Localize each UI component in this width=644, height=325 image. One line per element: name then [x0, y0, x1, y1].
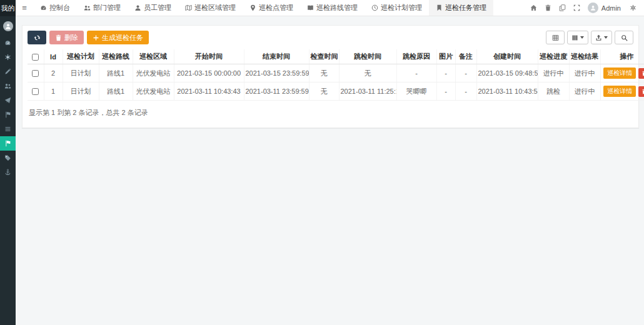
inspection-detail-button[interactable]: 巡检详情	[603, 86, 636, 97]
cell-start_time: 2021-03-15 00:00:00	[174, 64, 244, 82]
users-icon	[4, 82, 11, 89]
sidebar-user-avatar[interactable]	[3, 21, 13, 31]
columns-button[interactable]	[567, 31, 588, 44]
export-button[interactable]	[591, 31, 612, 44]
cell-remark: -	[455, 82, 476, 101]
user-menu[interactable]: Admin	[601, 4, 621, 12]
cell-progress: 跳检	[538, 82, 569, 101]
toggle-view-button[interactable]	[546, 31, 565, 44]
bookmark-icon	[436, 4, 443, 11]
top-navbar: ≡ 控制台部门管理员工管理巡检区域管理巡检点管理巡检路线管理巡检计划管理巡检任务…	[16, 0, 644, 16]
cog-icon	[4, 54, 11, 61]
sidebar: 我的	[0, 0, 16, 325]
column-header[interactable]: 跳检原因	[396, 49, 436, 64]
top-right-icons	[526, 0, 584, 16]
avatar[interactable]	[588, 2, 598, 13]
app-logo[interactable]: 我的	[0, 0, 16, 16]
sidebar-item-send-4[interactable]	[0, 93, 16, 108]
hamburger-icon: ≡	[22, 3, 27, 12]
sidebar-item-cog-1[interactable]	[0, 50, 16, 64]
nav-tab-book[interactable]: 巡检路线管理	[300, 0, 365, 16]
cell-check_time: 无	[309, 64, 339, 82]
row-delete-button[interactable]	[638, 68, 644, 79]
cell-start_time: 2021-03-11 10:43:43	[174, 82, 244, 101]
chevron-down-icon	[604, 36, 608, 39]
column-header[interactable]: 巡检结果	[569, 49, 600, 64]
cell-skip_reason: 哭唧唧	[396, 82, 436, 101]
nav-tab-pin[interactable]: 巡检点管理	[243, 0, 300, 16]
cell-skip_time: 2021-03-11 11:25:10	[339, 82, 396, 101]
nav-tab-user[interactable]: 员工管理	[128, 0, 178, 16]
sidebar-item-users-3[interactable]	[0, 79, 16, 93]
nav-tab-label: 部门管理	[93, 3, 121, 12]
sidebar-item-flag-5[interactable]	[0, 108, 16, 122]
expand-button[interactable]	[570, 0, 584, 16]
nav-tab-clock[interactable]: 巡检计划管理	[365, 0, 429, 16]
cell-result: 进行中	[569, 64, 600, 82]
generate-task-button[interactable]: 生成巡检任务	[87, 31, 149, 44]
dashboard-icon	[4, 39, 11, 46]
home-button[interactable]	[526, 0, 541, 16]
sidebar-item-pencil-2[interactable]	[0, 64, 16, 79]
user-icon	[134, 4, 141, 11]
home-icon	[530, 4, 537, 11]
select-all-checkbox[interactable]	[32, 54, 39, 61]
row-delete-button[interactable]	[638, 86, 644, 97]
pin-icon	[249, 4, 256, 11]
column-header[interactable]: 巡检计划	[63, 49, 99, 64]
inspection-detail-button[interactable]: 巡检详情	[603, 68, 636, 79]
cell-id: 2	[44, 64, 63, 82]
nav-tab-map[interactable]: 巡检区域管理	[178, 0, 243, 16]
nav-tab-dashboard[interactable]: 控制台	[33, 0, 77, 16]
person-icon	[590, 4, 596, 11]
cell-image: -	[436, 82, 455, 101]
tags-icon	[4, 154, 11, 161]
users-icon	[84, 4, 91, 11]
nav-tab-users[interactable]: 部门管理	[77, 0, 128, 16]
column-header[interactable]: 开始时间	[174, 49, 244, 64]
row-checkbox[interactable]	[32, 88, 39, 95]
column-header[interactable]: 图片	[436, 49, 455, 64]
list-icon	[4, 126, 11, 132]
trash-button[interactable]	[541, 0, 555, 16]
table-panel: 删除 生成巡检任务	[22, 25, 639, 128]
column-header[interactable]: 备注	[455, 49, 476, 64]
cell-end_time: 2021-03-11 23:59:59	[244, 82, 309, 101]
sidebar-item-anchor-9[interactable]	[0, 165, 16, 179]
delete-button[interactable]: 删除	[49, 31, 84, 44]
pencil-icon	[4, 68, 11, 75]
sidebar-item-list-6[interactable]	[0, 122, 16, 136]
search-button[interactable]	[615, 31, 633, 44]
column-header[interactable]: 巡检进度	[538, 49, 569, 64]
nav-tab-bookmark[interactable]: 巡检任务管理	[429, 0, 493, 16]
column-header[interactable]: 结束时间	[244, 49, 309, 64]
flag-icon	[4, 111, 11, 118]
sidebar-items	[0, 36, 16, 179]
sidebar-item-dashboard-0[interactable]	[0, 36, 16, 50]
table-header-row: Id巡检计划巡检路线巡检区域开始时间结束时间检查时间跳检时间跳检原因图片备注创建…	[28, 49, 644, 64]
sidebar-item-flag-7[interactable]	[0, 136, 16, 151]
column-header[interactable]: 检查时间	[309, 49, 339, 64]
cell-end_time: 2021-03-15 23:59:59	[244, 64, 309, 82]
column-header[interactable]: 巡检区域	[133, 49, 174, 64]
sidebar-toggle-button[interactable]: ≡	[16, 0, 33, 16]
table-body: 2日计划路线1光伏发电站2021-03-15 00:00:002021-03-1…	[28, 64, 644, 101]
column-header[interactable]: 跳检时间	[339, 49, 396, 64]
cell-select	[28, 64, 44, 82]
column-header[interactable]: 巡检路线	[99, 49, 133, 64]
sidebar-item-tags-8[interactable]	[0, 151, 16, 165]
nav-tab-label: 巡检区域管理	[194, 3, 236, 12]
settings-button[interactable]	[626, 0, 640, 16]
row-checkbox[interactable]	[32, 70, 39, 77]
map-icon	[185, 4, 192, 11]
column-header[interactable]: Id	[44, 49, 63, 64]
refresh-button[interactable]	[28, 31, 46, 44]
book-icon	[307, 4, 314, 11]
cell-progress: 进行中	[538, 64, 569, 82]
column-header[interactable]: 操作	[600, 49, 644, 64]
cell-remark: -	[455, 64, 476, 82]
column-header[interactable]: 创建时间	[476, 49, 538, 64]
select-all-header	[28, 49, 44, 64]
copy-button[interactable]	[555, 0, 570, 16]
nav-tab-label: 员工管理	[144, 3, 171, 12]
